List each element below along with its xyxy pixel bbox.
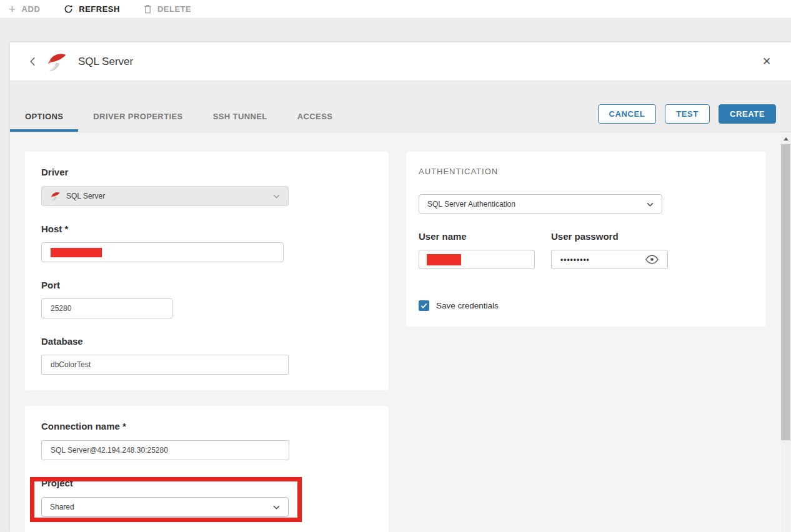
credentials-row: User name User password ••••••••• xyxy=(419,231,754,269)
username-input[interactable] xyxy=(419,250,535,269)
connection-name-input-value: SQL Server@42.194.248.30:25280 xyxy=(51,446,168,455)
chevron-down-icon xyxy=(273,192,280,200)
authentication-card: AUTHENTICATION SQL Server Authentication… xyxy=(406,152,766,327)
triangle-up-icon xyxy=(784,137,789,140)
auth-method-select-value: SQL Server Authentication xyxy=(427,200,515,209)
database-input[interactable]: dbColorTest xyxy=(41,355,289,375)
plus-icon: + xyxy=(9,3,16,15)
chevron-down-icon xyxy=(273,503,280,511)
dialog-content: Driver SQL Server Host * Port xyxy=(10,132,791,532)
password-field-group: User password ••••••••• xyxy=(551,231,668,269)
sql-server-driver-icon xyxy=(50,191,61,202)
add-button-label: ADD xyxy=(22,4,41,14)
connection-settings-card: Driver SQL Server Host * Port xyxy=(25,152,389,390)
driver-select-value: SQL Server xyxy=(66,192,105,200)
connection-name-label: Connection name * xyxy=(41,421,372,431)
password-masked-value: ••••••••• xyxy=(560,255,590,264)
scrollbar-thumb[interactable] xyxy=(781,144,790,440)
tab-access[interactable]: ACCESS xyxy=(282,103,348,132)
cancel-button[interactable]: CANCEL xyxy=(598,104,657,124)
save-credentials-checkbox[interactable] xyxy=(419,300,429,311)
driver-label: Driver xyxy=(41,167,372,177)
dialog-actions: CANCEL TEST CREATE xyxy=(598,104,776,124)
dialog-header: SQL Server ✕ xyxy=(10,42,791,81)
test-button[interactable]: TEST xyxy=(665,104,710,124)
project-select-value: Shared xyxy=(50,503,74,511)
create-button[interactable]: CREATE xyxy=(719,104,776,124)
vertical-scrollbar[interactable] xyxy=(781,134,790,532)
tab-driver-properties[interactable]: DRIVER PROPERTIES xyxy=(78,103,197,132)
project-select[interactable]: Shared xyxy=(41,497,289,517)
delete-button[interactable]: DELETE xyxy=(144,4,191,14)
dialog-title: SQL Server xyxy=(78,56,133,68)
password-label: User password xyxy=(551,231,668,242)
sql-server-logo-icon xyxy=(46,51,67,72)
username-field-group: User name xyxy=(419,231,535,269)
authentication-heading: AUTHENTICATION xyxy=(419,167,754,176)
host-input[interactable] xyxy=(41,242,284,262)
database-input-value: dbColorTest xyxy=(51,360,91,369)
port-input[interactable]: 25280 xyxy=(41,298,172,318)
top-toolbar: + ADD REFRESH DELETE xyxy=(0,0,791,19)
tab-ssh-tunnel[interactable]: SSH TUNNEL xyxy=(198,103,282,132)
refresh-button-label: REFRESH xyxy=(79,4,120,14)
port-input-value: 25280 xyxy=(51,304,71,313)
tab-bar: OPTIONS DRIVER PROPERTIES SSH TUNNEL ACC… xyxy=(10,81,791,132)
save-credentials-label: Save credentials xyxy=(436,301,499,310)
chevron-down-icon xyxy=(647,200,654,209)
username-label: User name xyxy=(419,231,535,242)
show-password-eye-icon[interactable] xyxy=(645,255,659,264)
project-label: Project xyxy=(41,478,372,488)
close-icon[interactable]: ✕ xyxy=(760,55,774,69)
tab-options[interactable]: OPTIONS xyxy=(10,103,78,132)
delete-button-label: DELETE xyxy=(157,4,191,14)
driver-select[interactable]: SQL Server xyxy=(41,186,289,206)
database-label: Database xyxy=(41,336,372,347)
save-credentials-row: Save credentials xyxy=(419,300,754,311)
username-redaction-block xyxy=(427,254,461,265)
connection-name-input[interactable]: SQL Server@42.194.248.30:25280 xyxy=(41,440,289,460)
back-button[interactable] xyxy=(27,54,38,69)
auth-method-select[interactable]: SQL Server Authentication xyxy=(419,194,662,214)
trash-icon xyxy=(144,4,152,14)
refresh-icon xyxy=(64,4,73,14)
host-label: Host * xyxy=(41,224,372,234)
chevron-left-icon xyxy=(29,57,36,66)
connection-name-card: Connection name * SQL Server@42.194.248.… xyxy=(25,406,389,532)
connection-dialog: SQL Server ✕ OPTIONS DRIVER PROPERTIES S… xyxy=(10,42,791,532)
password-input[interactable]: ••••••••• xyxy=(551,250,668,269)
refresh-button[interactable]: REFRESH xyxy=(64,4,120,14)
scrollbar-up-button[interactable] xyxy=(781,134,790,144)
port-label: Port xyxy=(41,280,372,290)
add-button[interactable]: + ADD xyxy=(9,3,40,15)
host-redaction-block xyxy=(51,248,102,257)
check-icon xyxy=(420,303,427,308)
